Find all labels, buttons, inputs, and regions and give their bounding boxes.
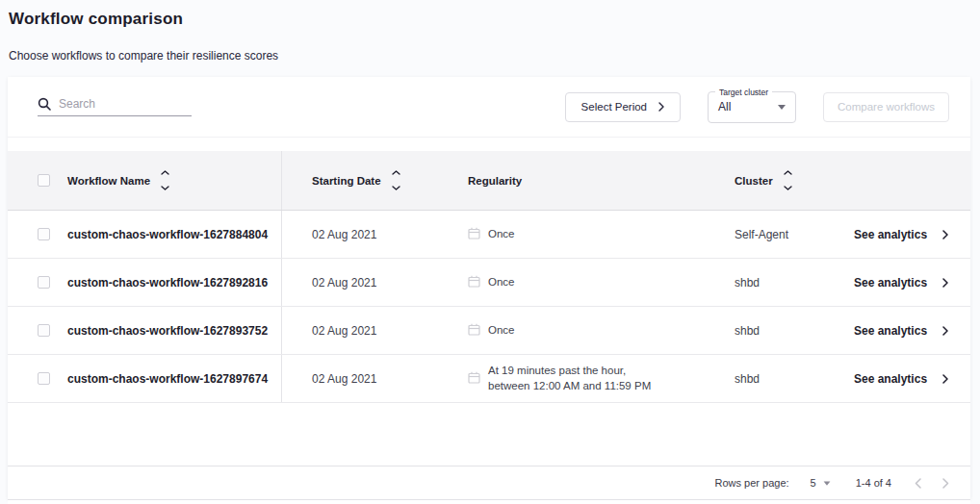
cluster: Self-Agent (735, 228, 788, 241)
sort-cluster[interactable] (784, 170, 792, 190)
rows-per-page-label: Rows per page: (715, 477, 789, 489)
table-empty-space (8, 403, 970, 466)
workflow-name: custom-chaos-workflow-1627892816 (67, 276, 268, 290)
starting-date: 02 Aug 2021 (312, 372, 376, 386)
see-analytics-link[interactable]: See analytics (840, 228, 970, 241)
table-row: custom-chaos-workflow-1627893752 02 Aug … (8, 307, 970, 355)
sort-workflow-name[interactable] (161, 170, 169, 190)
workflow-name: custom-chaos-workflow-1627884804 (67, 228, 268, 241)
regularity: Once (488, 323, 515, 339)
page-title: Workflow comparison (9, 10, 980, 29)
column-header-starting-date: Starting Date (312, 175, 381, 187)
see-analytics-label: See analytics (854, 276, 927, 290)
table-row: custom-chaos-workflow-1627897674 02 Aug … (8, 355, 970, 403)
search-input[interactable] (59, 97, 174, 111)
compare-workflows-button[interactable]: Compare workflows (823, 92, 949, 122)
search-icon (38, 97, 51, 111)
row-checkbox[interactable] (38, 276, 50, 289)
column-header-cluster: Cluster (735, 175, 773, 187)
sort-desc-icon (392, 186, 400, 190)
regularity: At 19 minutes past the hour, between 12:… (488, 364, 651, 393)
row-checkbox[interactable] (38, 372, 50, 385)
column-header-regularity: Regularity (468, 175, 522, 187)
calendar-icon (468, 275, 480, 290)
toolbar-actions: Select Period Target cluster All Compare… (565, 91, 949, 123)
cluster: shbd (735, 324, 760, 338)
table-header-row: Workflow Name Starting Date Regularity C… (8, 151, 970, 211)
see-analytics-label: See analytics (854, 324, 927, 338)
sort-desc-icon (784, 186, 792, 190)
next-section-edge (8, 499, 970, 504)
calendar-icon (468, 227, 480, 242)
calendar-icon (468, 371, 480, 387)
table-row: custom-chaos-workflow-1627892816 02 Aug … (8, 259, 970, 307)
sort-asc-icon (784, 170, 792, 175)
select-period-button[interactable]: Select Period (565, 92, 681, 122)
row-checkbox[interactable] (38, 228, 50, 240)
chevron-right-icon (942, 278, 948, 288)
see-analytics-link[interactable]: See analytics (840, 276, 970, 290)
row-checkbox[interactable] (38, 324, 50, 337)
chevron-down-icon (823, 481, 830, 485)
cluster: shbd (735, 372, 760, 386)
calendar-icon (468, 323, 480, 339)
next-page-button[interactable] (942, 478, 949, 489)
filter-toolbar: Select Period Target cluster All Compare… (8, 77, 970, 138)
pagination-bar: Rows per page: 5 1-4 of 4 (8, 466, 970, 499)
regularity: Once (488, 275, 515, 290)
select-period-label: Select Period (581, 101, 647, 113)
chevron-down-icon (778, 105, 786, 110)
pagination-nav (915, 478, 957, 489)
workflow-name: custom-chaos-workflow-1627897674 (67, 372, 268, 386)
workflows-table: Workflow Name Starting Date Regularity C… (8, 151, 970, 403)
starting-date: 02 Aug 2021 (312, 324, 376, 338)
see-analytics-link[interactable]: See analytics (840, 324, 970, 338)
workflow-name: custom-chaos-workflow-1627893752 (67, 324, 268, 338)
sort-asc-icon (392, 170, 400, 175)
previous-page-button[interactable] (915, 478, 921, 489)
see-analytics-link[interactable]: See analytics (840, 372, 970, 386)
search-box (38, 97, 192, 116)
chevron-right-icon (942, 230, 948, 239)
target-cluster-select[interactable]: Target cluster All (708, 91, 796, 123)
chevron-right-icon (942, 326, 948, 336)
page-header: Workflow comparison Choose workflows to … (0, 0, 980, 63)
target-cluster-label: Target cluster (715, 88, 772, 97)
starting-date: 02 Aug 2021 (312, 228, 376, 241)
pagination-range: 1-4 of 4 (856, 477, 891, 489)
sort-asc-icon (161, 170, 169, 175)
sort-desc-icon (161, 186, 169, 190)
chevron-right-icon (658, 102, 664, 112)
regularity: Once (488, 227, 515, 242)
see-analytics-label: See analytics (854, 372, 927, 386)
starting-date: 02 Aug 2021 (312, 276, 376, 290)
column-header-workflow-name: Workflow Name (67, 175, 150, 187)
rows-per-page-value: 5 (811, 477, 816, 489)
sort-starting-date[interactable] (392, 170, 400, 190)
target-cluster-value: All (718, 100, 778, 113)
compare-workflows-label: Compare workflows (838, 101, 935, 113)
cluster: shbd (735, 276, 760, 290)
workflow-comparison-card: Select Period Target cluster All Compare… (8, 77, 970, 499)
table-row: custom-chaos-workflow-1627884804 02 Aug … (8, 211, 970, 259)
rows-per-page-select[interactable]: 5 (811, 477, 831, 489)
chevron-right-icon (942, 374, 948, 384)
select-all-checkbox[interactable] (38, 174, 50, 187)
see-analytics-label: See analytics (854, 228, 927, 241)
page-subtitle: Choose workflows to compare their resili… (9, 49, 980, 63)
